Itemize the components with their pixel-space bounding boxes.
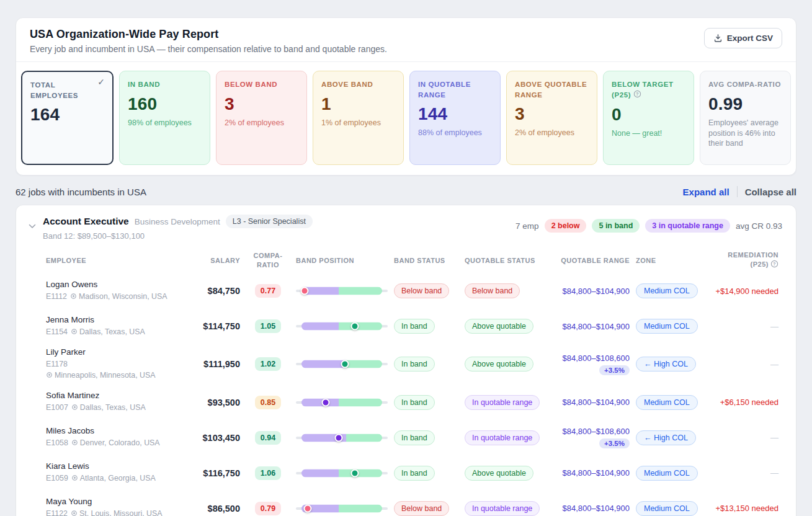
band-status-badge: In band	[394, 395, 435, 410]
collapse-all-link[interactable]: Collapse all	[745, 187, 796, 197]
column-header-zone: ZONE	[636, 256, 700, 265]
employee-position-dot	[341, 360, 349, 368]
quotable-status-cell: Above quotable	[465, 319, 550, 334]
band-range-bar	[301, 504, 382, 512]
stat-card-value: 3	[515, 104, 589, 124]
table-row-sofia-martinez: Sofia MartinezE1007Dallas, Texas, USA$93…	[16, 385, 796, 420]
column-header-label: QUOTABLE STATUS	[465, 257, 535, 264]
zone-cell: ← High COL	[636, 430, 700, 445]
job-department: Business Development	[135, 217, 220, 226]
band-status-cell: In band	[394, 319, 458, 334]
stat-card-value: 0.99	[708, 94, 782, 114]
quotable-status-badge: Above quotable	[465, 357, 533, 371]
help-icon[interactable]: ?	[770, 260, 779, 270]
column-header-label: BAND STATUS	[394, 257, 445, 264]
zone-cell: Medium COL	[636, 319, 700, 334]
remediation-cell: +$13,150 needed	[707, 504, 779, 513]
stat-card-label: IN BAND	[128, 79, 202, 90]
employee-cell: Miles JacobsE1058Denver, Colorado, USA	[46, 426, 179, 449]
zone-cell: Medium COL	[636, 283, 700, 298]
column-header-label: EMPLOYEE	[46, 257, 86, 264]
band-status-cell: Below band	[394, 283, 458, 298]
compa-ratio-badge: 1.02	[255, 357, 281, 371]
quotable-status-cell: Below band	[465, 283, 550, 298]
band-status-badge: In band	[394, 319, 435, 334]
quotable-status-badge: In quotable range	[465, 430, 540, 445]
upper-band-segment	[339, 504, 382, 512]
upper-band-segment	[346, 434, 383, 442]
stat-card-total-employees[interactable]: ✓TOTAL EMPLOYEES164	[21, 71, 114, 165]
zone-cell: Medium COL	[636, 466, 700, 481]
band-range-bar	[301, 322, 382, 331]
salary-cell: $93,500	[185, 398, 240, 407]
stat-card-avg-compa-ratio[interactable]: AVG COMPA-RATIO0.99Employees' average po…	[700, 71, 791, 165]
chevron-down-icon[interactable]	[29, 220, 36, 241]
band-status-cell: Below band	[394, 501, 458, 516]
employee-cell: Jenna MorrisE1154Dallas, Texas, USA	[46, 315, 179, 338]
stat-card-in-band[interactable]: IN BAND16098% of employees	[119, 71, 210, 165]
band-status-badge: Below band	[394, 501, 449, 516]
band-status-cell: In band	[394, 466, 458, 481]
job-emp-count: 7 emp	[515, 221, 539, 231]
column-header-label: REMEDIATION	[728, 251, 779, 259]
employee-id: E1059	[46, 474, 68, 483]
quotable-segment	[301, 360, 346, 368]
salary-cell: $114,750	[185, 321, 240, 331]
table-header-row: EMPLOYEESALARYCOMPA-RATIOBAND POSITIONBA…	[16, 244, 796, 274]
employee-meta: E1059Atlanta, Georgia, USA	[46, 473, 179, 484]
employee-cell: Kiara LewisE1059Atlanta, Georgia, USA	[46, 461, 179, 484]
location-text: Dallas, Texas, USA	[79, 327, 145, 336]
quotable-range-cell: $84,800–$104,900	[556, 398, 630, 407]
quotable-range-value: $84,800–$108,600	[563, 427, 630, 436]
stat-card-sub: 2% of employees	[515, 128, 589, 138]
remediation-cell: —	[707, 433, 779, 442]
band-position-chart	[296, 432, 388, 443]
employee-name: Miles Jacobs	[46, 426, 179, 435]
job-band-info: Band 12: $89,500–$130,100	[43, 231, 313, 241]
employee-id: E1007	[46, 403, 68, 412]
column-header-label: BAND POSITION	[296, 257, 354, 264]
stat-card-label: BELOW BAND	[225, 79, 298, 90]
column-header-employee: EMPLOYEE	[46, 256, 179, 265]
stat-card-in-quotable-range[interactable]: IN QUOTABLE RANGE14488% of employees	[409, 71, 501, 165]
salary-cell: $86,500	[185, 504, 240, 514]
stat-card-below-target-p25[interactable]: BELOW TARGET (P25)?0None — great!	[603, 71, 694, 165]
compa-ratio-badge: 0.77	[255, 284, 281, 298]
salary-cell: $84,750	[185, 286, 240, 296]
stat-card-value: 160	[128, 94, 202, 114]
location-pin-icon	[71, 474, 80, 483]
compa-ratio-badge: 0.85	[255, 396, 281, 409]
stat-card-sub: 1% of employees	[321, 118, 395, 128]
employee-meta: E1178Minneapolis, Minnesota, USA	[46, 358, 179, 381]
quotable-range-cell: $84,800–$104,900	[556, 468, 630, 478]
stat-card-above-quotable-range[interactable]: ABOVE QUOTABLE RANGE32% of employees	[506, 71, 597, 165]
jobs-links: Expand all Collapse all	[683, 186, 796, 197]
export-csv-button[interactable]: Export CSV	[704, 28, 782, 48]
location-pin-icon	[46, 371, 55, 380]
stat-card-above-band[interactable]: ABOVE BAND11% of employees	[313, 71, 404, 165]
band-range-bar	[301, 398, 382, 406]
quotable-range-value: $84,800–$108,600	[563, 354, 630, 363]
quotable-status-badge: Below band	[465, 283, 520, 298]
employee-position-dot	[304, 504, 312, 512]
job-header[interactable]: Account Executive Business Development L…	[16, 205, 796, 244]
employee-location: Dallas, Texas, USA	[71, 327, 145, 336]
employee-position-dot	[350, 469, 359, 477]
zone-badge: ← High COL	[636, 430, 696, 445]
stat-card-sub: 2% of employees	[225, 118, 298, 128]
header-text: USA Organization-Wide Pay Report Every j…	[30, 28, 387, 54]
expand-all-link[interactable]: Expand all	[683, 187, 729, 197]
employee-location: Madison, Wisconsin, USA	[70, 292, 167, 301]
employee-location: St. Louis, Missouri, USA	[71, 509, 163, 516]
stat-card-label: ABOVE BAND	[321, 79, 395, 90]
quotable-range-cell: $84,800–$108,600+3.5%	[556, 354, 630, 375]
location-pin-icon	[71, 403, 80, 412]
employee-id: E1112	[46, 292, 67, 301]
compa-ratio-cell: 1.02	[246, 357, 290, 371]
band-status-badge: In band	[394, 357, 435, 371]
stat-card-value: 1	[321, 94, 395, 114]
stat-card-below-band[interactable]: BELOW BAND32% of employees	[216, 71, 307, 165]
remediation-cell: +$14,900 needed	[707, 287, 779, 296]
help-icon[interactable]: ?	[633, 90, 641, 101]
job-avg-cr: avg CR 0.93	[736, 221, 782, 231]
